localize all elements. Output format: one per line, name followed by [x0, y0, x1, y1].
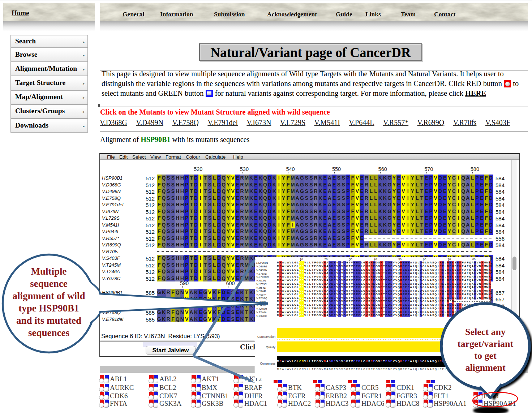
svg-text:target/variant: target/variant — [458, 339, 514, 349]
svg-text:type HSP90B1: type HSP90B1 — [18, 303, 79, 314]
svg-text:and its mutated: and its mutated — [16, 315, 81, 326]
svg-text:Select any: Select any — [465, 327, 506, 337]
svg-text:sequence: sequence — [30, 278, 68, 289]
svg-text:Multiple: Multiple — [31, 266, 67, 277]
svg-text:to get: to get — [474, 350, 497, 361]
svg-text:sequences: sequences — [28, 327, 69, 338]
svg-text:alignment: alignment — [465, 362, 506, 373]
svg-text:alignment of wild: alignment of wild — [12, 291, 85, 301]
